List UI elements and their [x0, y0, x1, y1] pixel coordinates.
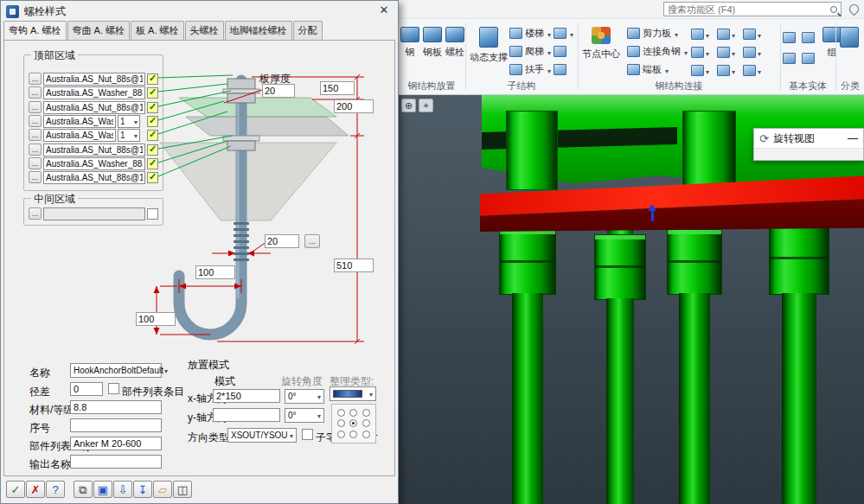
search-icon[interactable] [830, 6, 837, 13]
row-part-input[interactable] [43, 144, 145, 156]
ribbon-button-dynamic-support[interactable]: 动态支撑 [468, 21, 509, 80]
connection-tool-button[interactable] [691, 61, 717, 80]
position-radio[interactable] [349, 431, 357, 438]
ribbon-button-node-center[interactable]: 节点中心 [580, 21, 622, 80]
dim-length-input[interactable] [334, 258, 374, 272]
output-name-input[interactable] [70, 455, 162, 469]
row-browse-button[interactable]: ... [29, 157, 42, 169]
connection-tool-button[interactable] [743, 61, 769, 80]
close-icon[interactable]: ✕ [375, 3, 393, 19]
ribbon-button-stairs[interactable]: 楼梯 [509, 25, 573, 41]
ribbon-button-railing[interactable]: 扶手 [509, 61, 573, 78]
chevron-down-icon[interactable] [547, 28, 551, 40]
row-checkbox[interactable] [147, 144, 158, 156]
chevron-down-icon[interactable] [547, 46, 551, 58]
row-part-input[interactable] [43, 171, 145, 184]
help-button[interactable]: ? [46, 481, 65, 498]
position-radio[interactable] [337, 419, 345, 427]
direction-type-combo[interactable]: XSOUT/YSOU [227, 428, 297, 443]
partlist-name-input[interactable] [70, 437, 162, 450]
row-browse-button[interactable]: ... [29, 86, 42, 99]
row-checkbox[interactable] [147, 102, 158, 113]
chevron-down-icon[interactable] [547, 64, 551, 76]
copy-button[interactable]: ⧉ [74, 481, 93, 498]
row-checkbox[interactable] [147, 116, 158, 127]
rotate-view-titlebar[interactable]: ⟳ 旋转视图 — [754, 129, 863, 148]
connection-tool-button[interactable] [743, 43, 769, 61]
stringer-icon[interactable] [554, 28, 566, 39]
anchor-bolt[interactable] [769, 211, 829, 504]
connection-tool-button[interactable] [717, 61, 743, 80]
primitive-tool-button[interactable] [783, 48, 802, 68]
dim-shank-input[interactable] [265, 234, 299, 248]
tab-bent-bolt[interactable]: 弯曲 A. 螺栓 [67, 21, 131, 40]
row-part-input[interactable] [43, 101, 145, 114]
target-tool-button[interactable]: ⌖ [419, 99, 433, 112]
connection-tool-button[interactable] [717, 43, 743, 61]
row-part-input[interactable] [43, 73, 145, 86]
row-browse-button[interactable]: ... [29, 144, 42, 156]
row-browse-button[interactable]: ... [29, 73, 42, 85]
position-radio[interactable] [337, 431, 345, 438]
pin-icon[interactable] [848, 3, 861, 16]
position-radio[interactable] [337, 409, 345, 417]
cancel-button[interactable]: ✗ [26, 481, 45, 498]
anchor-bolt[interactable] [594, 223, 646, 504]
anchor-bolt[interactable] [499, 218, 556, 504]
name-combo[interactable]: HookAnchorBoltDefault [70, 363, 162, 378]
material-input[interactable] [70, 400, 162, 414]
row-count-combo[interactable]: 1 [118, 129, 140, 142]
row-checkbox[interactable] [147, 158, 158, 169]
row-checkbox[interactable] [147, 208, 158, 220]
row-checkbox[interactable] [147, 130, 158, 141]
sub-part-checkbox[interactable] [302, 429, 313, 440]
package-button[interactable]: ▣ [93, 481, 112, 498]
ribbon-button-clip-angle[interactable]: 连接角钢 [627, 43, 688, 60]
chevron-down-icon[interactable] [569, 28, 573, 40]
primitive-tool-button[interactable] [783, 27, 802, 48]
row-checkbox[interactable] [147, 87, 158, 99]
ribbon-button-steel-beam[interactable]: 钢 [399, 21, 421, 80]
row-browse-button[interactable]: ... [29, 171, 42, 183]
position-radio[interactable] [349, 409, 357, 417]
dim-hook-radius-input[interactable] [195, 265, 235, 279]
grating-icon[interactable] [554, 64, 566, 75]
connection-tool-button[interactable] [743, 25, 769, 43]
save-button[interactable]: ◫ [173, 481, 192, 498]
chevron-down-icon[interactable] [674, 28, 678, 40]
offset-input[interactable] [70, 382, 103, 396]
import-button[interactable]: ⇩ [113, 481, 132, 498]
partlist-entry-checkbox[interactable] [108, 383, 119, 394]
row-browse-button[interactable]: ... [29, 207, 42, 220]
row-part-input[interactable] [43, 115, 116, 128]
position-radio[interactable] [362, 431, 370, 438]
position-radio[interactable] [349, 419, 357, 427]
dim-browse-button[interactable]: ... [304, 234, 320, 248]
plate-thickness-input[interactable] [262, 84, 295, 98]
tab-hook-bolt[interactable]: 弯钩 A. 螺栓 [3, 21, 67, 41]
3d-viewport[interactable]: ⊕ ⌖ ⟳ 旋转视图 — [399, 95, 864, 504]
ribbon-search[interactable] [663, 2, 842, 16]
row-checkbox[interactable] [147, 73, 158, 85]
anchor-bolt[interactable] [667, 218, 722, 504]
chevron-down-icon[interactable] [664, 64, 669, 76]
row-part-input[interactable] [43, 129, 116, 142]
dialog-titlebar[interactable]: 螺栓样式 ✕ [1, 1, 398, 22]
row-browse-button[interactable]: ... [29, 129, 42, 141]
ribbon-button-bolt[interactable]: 螺栓 [444, 21, 466, 80]
y-mode-input[interactable] [213, 408, 280, 422]
y-rotation-combo[interactable]: 0° [285, 408, 324, 423]
dim-upper-input[interactable] [334, 99, 374, 113]
ribbon-button-classify[interactable] [838, 21, 861, 80]
position-radio[interactable] [362, 419, 370, 427]
row-part-input[interactable] [43, 86, 145, 99]
ribbon-button-shear-plate[interactable]: 剪力板 [627, 25, 688, 41]
dim-hook-height-input[interactable] [136, 312, 176, 326]
minimize-button[interactable]: — [848, 132, 858, 144]
ribbon-button-ladder[interactable]: 爬梯 [509, 43, 573, 60]
apply-button[interactable]: ✓ [6, 481, 25, 498]
snap-tool-button[interactable]: ⊕ [401, 99, 416, 112]
ribbon-button-steel-plate[interactable]: 钢板 [421, 21, 444, 80]
row-count-combo[interactable]: 1 [118, 115, 140, 128]
chevron-down-icon[interactable] [683, 46, 688, 58]
